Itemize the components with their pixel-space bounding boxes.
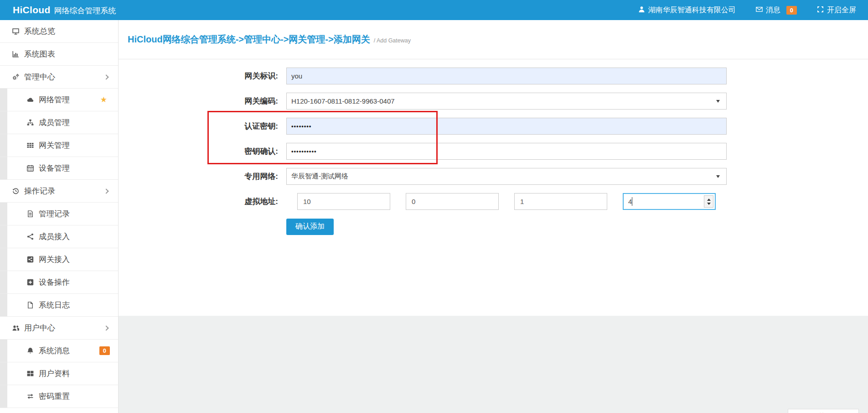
sidebar-item-admin-records[interactable]: 管理记录 <box>0 203 118 225</box>
cloud-icon <box>26 96 35 103</box>
add-gateway-form: 网关标识: 网关编码: H120-1607-0811-0812-9963-040… <box>119 59 868 316</box>
app-logo: HiCloud 网络综合管理系统 <box>13 5 116 16</box>
auth-key-row: 认证密钥: <box>119 118 868 135</box>
number-stepper[interactable] <box>704 195 713 208</box>
sidebar-item-member-access[interactable]: 成员接入 <box>0 225 118 248</box>
plus-square-icon <box>26 279 35 286</box>
sidebar-item-device-operation[interactable]: 设备操作 <box>0 271 118 294</box>
gateway-code-value: H120-1607-0811-0812-9963-0407 <box>291 97 395 105</box>
bottom-right-widget <box>788 409 859 413</box>
private-network-select[interactable]: 华辰智通-测试网络 <box>286 168 727 185</box>
sidebar-item-admin-center[interactable]: 管理中心 <box>0 66 118 89</box>
chevron-right-icon <box>103 325 108 330</box>
user-icon <box>638 6 645 15</box>
bell-icon <box>26 347 35 354</box>
messages-menu[interactable]: 消息 0 <box>756 5 797 15</box>
sidebar-item-system-log[interactable]: 系统日志 <box>0 294 118 317</box>
star-icon: ★ <box>100 95 107 105</box>
topbar: HiCloud 网络综合管理系统 湖南华辰智通科技有限公司 消息 0 开启全屏 <box>0 0 868 20</box>
gateway-code-row: 网关编码: H120-1607-0811-0812-9963-0407 <box>119 93 868 110</box>
messages-label: 消息 <box>766 5 780 15</box>
virtual-address-octet-2[interactable] <box>406 193 499 210</box>
company-name: 湖南华辰智通科技有限公司 <box>648 5 736 15</box>
page-header: HiCloud网络综合管理系统->管理中心->网关管理->添加网关 / Add … <box>119 20 868 59</box>
sidebar-item-operation-log[interactable]: 操作记录 <box>0 180 118 203</box>
submit-row: 确认添加 <box>119 218 868 235</box>
stepper-down-icon[interactable] <box>707 203 711 205</box>
key-confirm-row: 密钥确认: <box>119 143 868 160</box>
sidebar-item-member-mgmt[interactable]: 成员管理 <box>0 111 118 134</box>
history-icon <box>11 188 20 194</box>
file-icon <box>26 302 35 308</box>
widget-logo <box>788 409 858 413</box>
company-account-menu[interactable]: 湖南华辰智通科技有限公司 <box>638 5 736 15</box>
chevron-right-icon <box>103 188 108 193</box>
chevron-right-icon <box>103 74 108 79</box>
sidebar-item-gateway-mgmt[interactable]: 网关管理 <box>0 134 118 157</box>
gateway-code-select[interactable]: H120-1607-0811-0812-9963-0407 <box>286 93 727 110</box>
virtual-address-label: 虚拟地址: <box>119 196 278 207</box>
gears-icon <box>11 73 20 80</box>
unread-count-badge: 0 <box>99 346 110 355</box>
sidebar-item-device-mgmt[interactable]: 设备管理 <box>0 157 118 180</box>
sidebar-item-user-profile[interactable]: 用户资料 <box>0 362 118 385</box>
virtual-address-octet-3[interactable] <box>514 193 607 210</box>
sitemap-icon <box>26 119 35 126</box>
virtual-address-octet-4-wrap <box>623 193 716 210</box>
key-confirm-label: 密钥确认: <box>119 146 278 157</box>
calendar-icon <box>26 165 35 172</box>
monitor-icon <box>11 28 20 35</box>
fullscreen-icon <box>817 6 824 15</box>
breadcrumb-subtitle: / Add Gateway <box>374 37 411 44</box>
private-network-row: 专用网络: 华辰智通-测试网络 <box>119 168 868 185</box>
file-text-icon <box>26 210 35 217</box>
gateway-id-input[interactable] <box>286 68 727 84</box>
breadcrumb: HiCloud网络综合管理系统->管理中心->网关管理->添加网关 <box>128 33 370 46</box>
brand-subtitle: 网络综合管理系统 <box>54 5 116 16</box>
private-network-label: 专用网络: <box>119 171 278 182</box>
key-confirm-input[interactable] <box>286 143 727 160</box>
sidebar-item-gateway-access[interactable]: 网关接入 <box>0 248 118 271</box>
confirm-add-button[interactable]: 确认添加 <box>286 219 334 235</box>
repeat-icon <box>26 393 35 400</box>
fullscreen-label: 开启全屏 <box>827 5 856 15</box>
share-icon <box>26 233 35 240</box>
private-network-value: 华辰智通-测试网络 <box>291 172 348 181</box>
topbar-right-group: 湖南华辰智通科技有限公司 消息 0 开启全屏 <box>638 5 856 15</box>
bar-chart-icon <box>11 51 20 58</box>
virtual-address-octet-1[interactable] <box>297 193 390 210</box>
grid-icon <box>26 142 35 149</box>
dropdown-caret-icon <box>716 100 720 103</box>
brand-name: HiCloud <box>13 5 51 16</box>
fullscreen-toggle[interactable]: 开启全屏 <box>817 5 856 15</box>
gateway-code-label: 网关编码: <box>119 96 278 106</box>
th-large-icon <box>26 370 35 377</box>
share-square-icon <box>26 256 35 263</box>
text-cursor <box>632 197 632 206</box>
sidebar-item-system-charts[interactable]: 系统图表 <box>0 43 118 66</box>
sidebar-item-user-center[interactable]: 用户中心 <box>0 317 118 340</box>
messages-count-badge: 0 <box>786 6 797 15</box>
sidebar-item-system-overview[interactable]: 系统总览 <box>0 20 118 43</box>
sidebar-item-network-mgmt[interactable]: 网络管理 ★ <box>0 89 118 111</box>
stepper-up-icon[interactable] <box>707 199 711 201</box>
gateway-id-row: 网关标识: <box>119 68 868 84</box>
gateway-id-label: 网关标识: <box>119 71 278 81</box>
sidebar-item-password-reset[interactable]: 密码重置 <box>0 385 118 408</box>
envelope-icon <box>756 6 763 15</box>
virtual-address-row: 虚拟地址: <box>119 193 868 210</box>
sidebar: 系统总览 系统图表 管理中心 网络管理 ★ 成员管理 网关管理 设备管理 操作记… <box>0 20 119 413</box>
dropdown-caret-icon <box>716 175 720 178</box>
users-icon <box>11 324 20 331</box>
sidebar-item-system-messages[interactable]: 系统消息 0 <box>0 340 118 362</box>
auth-key-input[interactable] <box>286 118 727 135</box>
auth-key-label: 认证密钥: <box>119 121 278 131</box>
virtual-address-octet-4[interactable] <box>623 193 716 210</box>
main-content: HiCloud网络综合管理系统->管理中心->网关管理->添加网关 / Add … <box>119 20 868 413</box>
